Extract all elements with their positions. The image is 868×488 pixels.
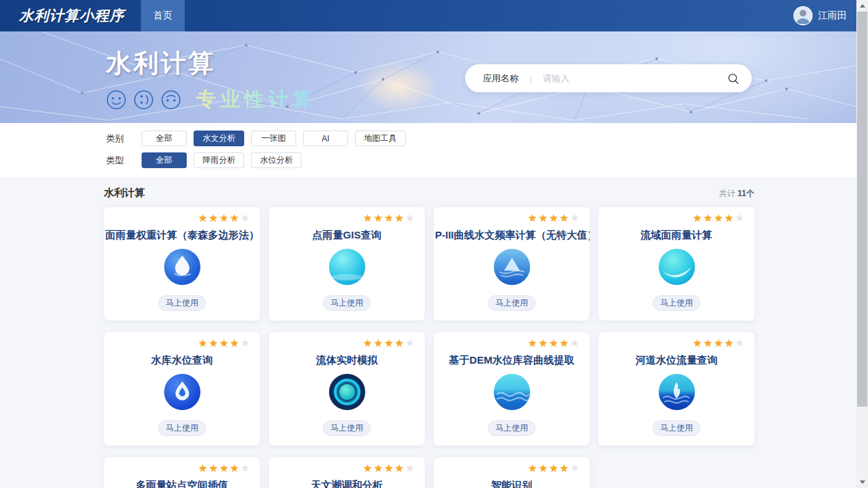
rating-stars: ★★★★★ <box>104 332 260 348</box>
app-title: 天文潮调和分析 <box>269 479 425 488</box>
star-empty-icon: ★ <box>241 212 251 223</box>
star-filled-icon: ★ <box>198 462 209 474</box>
app-card[interactable]: ★★★★★基于DEM水位库容曲线提取马上使用 <box>434 332 590 446</box>
use-now-button[interactable]: 马上使用 <box>653 295 700 311</box>
search-icon[interactable] <box>727 72 739 85</box>
filter-group-label: 类型 <box>106 154 142 167</box>
star-filled-icon: ★ <box>560 462 570 474</box>
user-avatar[interactable] <box>793 6 813 25</box>
vertical-scrollbar[interactable] <box>856 0 868 488</box>
filter-option[interactable]: 水位分析 <box>251 152 302 168</box>
star-filled-icon: ★ <box>714 212 724 223</box>
app-card[interactable]: ★★★★★流体实时模拟马上使用 <box>269 332 425 446</box>
star-filled-icon: ★ <box>198 212 209 223</box>
rating-stars: ★★★★★ <box>434 457 590 473</box>
count-value: 11个 <box>737 189 754 198</box>
user-name[interactable]: 江雨田 <box>818 10 847 22</box>
star-filled-icon: ★ <box>373 337 384 349</box>
star-empty-icon: ★ <box>406 462 416 474</box>
app-card[interactable]: ★★★★★智能识别马上使用 <box>434 457 590 488</box>
rating-stars: ★★★★★ <box>434 332 590 348</box>
search-field-label: 应用名称 <box>483 72 518 85</box>
use-now-button[interactable]: 马上使用 <box>323 295 371 311</box>
star-empty-icon: ★ <box>241 337 251 349</box>
filter-option[interactable]: 地图工具 <box>355 131 406 146</box>
star-filled-icon: ★ <box>560 212 570 223</box>
star-empty-icon: ★ <box>735 212 746 223</box>
app-card[interactable]: ★★★★★点雨量GIS查询马上使用 <box>269 207 425 321</box>
total-count: 共计 11个 <box>719 188 754 200</box>
star-filled-icon: ★ <box>528 212 538 223</box>
app-title: 河道水位流量查询 <box>599 354 754 367</box>
app-card[interactable]: ★★★★★多雨量站点空间插值马上使用 <box>104 457 260 488</box>
star-filled-icon: ★ <box>209 462 219 474</box>
filter-row: 类型全部降雨分析水位分析 <box>106 152 856 168</box>
app-title: 流域面雨量计算 <box>599 229 754 242</box>
scroll-down-arrow-icon[interactable] <box>856 476 868 488</box>
hero-banner: 水利计算 <box>0 31 856 123</box>
use-now-button[interactable]: 马上使用 <box>158 420 206 436</box>
count-prefix: 共计 <box>719 189 735 198</box>
star-filled-icon: ★ <box>693 337 703 349</box>
water-drop-swirl-icon <box>164 249 200 285</box>
filter-option[interactable]: 全部 <box>142 131 187 146</box>
star-filled-icon: ★ <box>230 337 240 349</box>
star-filled-icon: ★ <box>538 462 549 474</box>
use-now-button[interactable]: 马上使用 <box>323 420 371 436</box>
app-card[interactable]: ★★★★★P-III曲线水文频率计算（无特大值）马上使用 <box>434 207 590 321</box>
use-now-button[interactable]: 马上使用 <box>158 295 206 311</box>
star-empty-icon: ★ <box>570 337 581 349</box>
search-input[interactable] <box>542 73 727 83</box>
nav-tab-home[interactable]: 首页 <box>141 0 185 31</box>
star-filled-icon: ★ <box>549 212 560 223</box>
star-filled-icon: ★ <box>560 337 570 349</box>
star-filled-icon: ★ <box>714 337 724 349</box>
filter-option[interactable]: 一张图 <box>251 131 296 146</box>
star-empty-icon: ★ <box>406 337 416 349</box>
use-now-button[interactable]: 马上使用 <box>653 420 700 436</box>
filter-option[interactable]: AI <box>303 131 348 146</box>
app-card[interactable]: ★★★★★流域面雨量计算马上使用 <box>599 207 754 321</box>
app-card-grid: ★★★★★面雨量权重计算（泰森多边形法）马上使用★★★★★点雨量GIS查询马上使… <box>104 207 754 488</box>
app-card[interactable]: ★★★★★面雨量权重计算（泰森多边形法）马上使用 <box>104 207 260 321</box>
app-title: 点雨量GIS查询 <box>269 229 425 242</box>
star-filled-icon: ★ <box>538 212 549 223</box>
star-empty-icon: ★ <box>241 462 251 474</box>
filter-option[interactable]: 全部 <box>142 152 187 168</box>
rating-stars: ★★★★★ <box>599 207 754 223</box>
filter-row: 类别全部水文分析一张图AI地图工具 <box>106 131 856 146</box>
star-filled-icon: ★ <box>703 212 713 223</box>
app-title: 流体实时模拟 <box>269 354 425 367</box>
filter-option[interactable]: 水文分析 <box>194 131 244 146</box>
river-splash-icon <box>659 374 695 410</box>
star-filled-icon: ★ <box>528 337 538 349</box>
app-card[interactable]: ★★★★★水库水位查询马上使用 <box>104 332 260 446</box>
water-peak-icon <box>494 249 530 285</box>
app-logo: 水利计算小程序 <box>19 6 124 25</box>
rating-stars: ★★★★★ <box>269 207 425 223</box>
star-filled-icon: ★ <box>549 337 560 349</box>
star-filled-icon: ★ <box>384 212 395 223</box>
star-filled-icon: ★ <box>230 462 240 474</box>
star-filled-icon: ★ <box>724 337 735 349</box>
dem-ocean-wave-icon <box>494 374 530 410</box>
star-filled-icon: ★ <box>220 462 230 474</box>
star-filled-icon: ★ <box>703 337 713 349</box>
scrollbar-thumb[interactable] <box>857 12 867 407</box>
main-area: 水利计算小程序 首页 江雨田 <box>0 0 856 488</box>
user-menu[interactable]: 江雨田 <box>793 0 847 31</box>
gis-globe-icon <box>329 249 365 285</box>
star-filled-icon: ★ <box>363 462 373 474</box>
use-now-button[interactable]: 马上使用 <box>488 295 536 311</box>
star-filled-icon: ★ <box>220 212 230 223</box>
person-icon <box>794 6 812 25</box>
app-title: 智能识别 <box>434 479 590 488</box>
app-card[interactable]: ★★★★★天文潮调和分析马上使用 <box>269 457 425 488</box>
rating-stars: ★★★★★ <box>269 332 425 348</box>
page: 水利计算小程序 首页 江雨田 <box>0 0 868 488</box>
scroll-up-arrow-icon[interactable] <box>856 0 868 12</box>
star-filled-icon: ★ <box>693 212 703 223</box>
filter-option[interactable]: 降雨分析 <box>194 152 244 168</box>
app-card[interactable]: ★★★★★河道水位流量查询马上使用 <box>599 332 754 446</box>
use-now-button[interactable]: 马上使用 <box>488 420 536 436</box>
